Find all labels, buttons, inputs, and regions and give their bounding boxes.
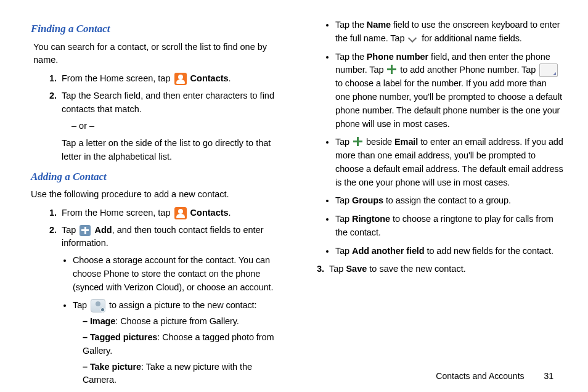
t: to assign a picture to the new contact: (109, 300, 257, 310)
finding-alt: Tap a letter on the side of the list to … (62, 137, 285, 164)
t: to add another Phone number. Tap (400, 65, 538, 75)
t: From the Home screen, tap (62, 208, 173, 218)
t: Tap the (335, 20, 367, 30)
adding-bullets: Choose a storage account for the contact… (62, 254, 285, 387)
bullet-email: Tap beside Email to enter an email addre… (335, 136, 563, 189)
bullet-add-field: Tap Add another field to add new fields … (335, 245, 563, 258)
assign-photo-icon (91, 299, 105, 312)
step-text: From the Home screen, tap Contacts. (62, 73, 231, 83)
t: Add another field (352, 246, 425, 256)
t: Tap the (335, 52, 367, 62)
t: for additional name fields. (422, 33, 522, 43)
page-footer: Contacts and Accounts 31 (436, 371, 553, 381)
right-column: Tap the Name field to use the onscreen k… (309, 18, 563, 364)
t: Ringtone (352, 214, 390, 224)
finding-step-1: From the Home screen, tap Contacts. (59, 72, 285, 86)
plus-icon (353, 137, 362, 146)
left-column: Finding a Contact You can search for a c… (31, 18, 285, 364)
t: Name (367, 20, 391, 30)
footer-section: Contacts and Accounts (436, 371, 524, 381)
t: Save (346, 264, 367, 274)
t: Tap (62, 225, 78, 235)
step-text: Tap the Search field, and then enter cha… (62, 91, 274, 114)
bullet-groups: Tap Groups to assign the contact to a gr… (335, 194, 563, 208)
t: beside (366, 137, 394, 147)
right-bullets: Tap the Name field to use the onscreen k… (309, 18, 563, 258)
add-icon (80, 225, 91, 236)
step-text: From the Home screen, tap Contacts. (62, 208, 231, 218)
bullet-phone: Tap the Phone number field, and then ent… (335, 51, 563, 131)
heading-finding: Finding a Contact (31, 21, 285, 37)
t: Take picture (90, 362, 141, 372)
bullet-storage: Choose a storage account for the contact… (73, 254, 285, 294)
step3-list: Tap Save to save the new contact. (309, 263, 563, 276)
t: Tagged pictures (90, 332, 157, 342)
t: Tap (335, 137, 352, 147)
bullet-picture: Tap to assign a picture to the new conta… (73, 299, 285, 387)
bullet-name: Tap the Name field to use the onscreen k… (335, 18, 563, 46)
intro-finding: You can search for a contact, or scroll … (33, 41, 285, 68)
footer-page-number: 31 (544, 371, 553, 381)
dash-take: Take picture: Take a new picture with th… (83, 361, 285, 388)
dash-image: Image: Choose a picture from Gallery. (83, 315, 285, 329)
t: Groups (352, 195, 383, 205)
t: : Choose a picture from Gallery. (115, 316, 239, 326)
dot: . (229, 73, 231, 83)
t: Tap (335, 246, 352, 256)
page-content: Finding a Contact You can search for a c… (0, 0, 588, 370)
add-label: Add (94, 225, 112, 235)
or-divider: – or – (71, 120, 285, 133)
adding-step-2: Tap Add, and then touch contact fields t… (59, 224, 285, 388)
t: to assign the contact to a group. (383, 195, 511, 205)
adding-steps: From the Home screen, tap Contacts. Tap … (31, 206, 285, 387)
chevron-down-icon (408, 35, 418, 42)
t: , and then touch contact fields to enter… (62, 225, 264, 248)
plus-icon (387, 65, 396, 74)
dot: . (229, 208, 231, 218)
step-text: Tap Add, and then touch contact fields t… (62, 225, 264, 248)
t: Tap (335, 214, 352, 224)
t: Tap (335, 195, 352, 205)
t: From the Home screen, tap (62, 73, 173, 83)
adding-step-3: Tap Save to save the new contact. (327, 263, 563, 276)
dash-tagged: Tagged pictures: Choose a tagged photo f… (83, 331, 285, 358)
contacts-label: Contacts (190, 208, 229, 218)
finding-step-2: Tap the Search field, and then enter cha… (59, 89, 285, 164)
contacts-icon (174, 207, 187, 219)
heading-adding: Adding a Contact (31, 169, 285, 185)
t: to save the new contact. (367, 264, 465, 274)
contacts-label: Contacts (190, 73, 229, 83)
t: Tap (329, 264, 346, 274)
intro-adding: Use the following procedure to add a new… (31, 188, 285, 202)
adding-step-1: From the Home screen, tap Contacts. (59, 206, 285, 220)
t: to choose a label for the number. If you… (335, 78, 562, 128)
t: Image (90, 316, 115, 326)
contacts-icon (174, 73, 187, 85)
t: Phone number (367, 52, 428, 62)
step-text: Tap Save to save the new contact. (329, 264, 466, 274)
t: Email (394, 137, 418, 147)
t: Tap (73, 300, 89, 310)
t: to add new fields for the contact. (425, 246, 553, 256)
finding-steps: From the Home screen, tap Contacts. Tap … (31, 72, 285, 164)
label-select-icon (539, 63, 558, 77)
t: Tap a letter on the side of the list to … (62, 138, 271, 161)
bullet-ringtone: Tap Ringtone to choose a ringtone to pla… (335, 213, 563, 240)
